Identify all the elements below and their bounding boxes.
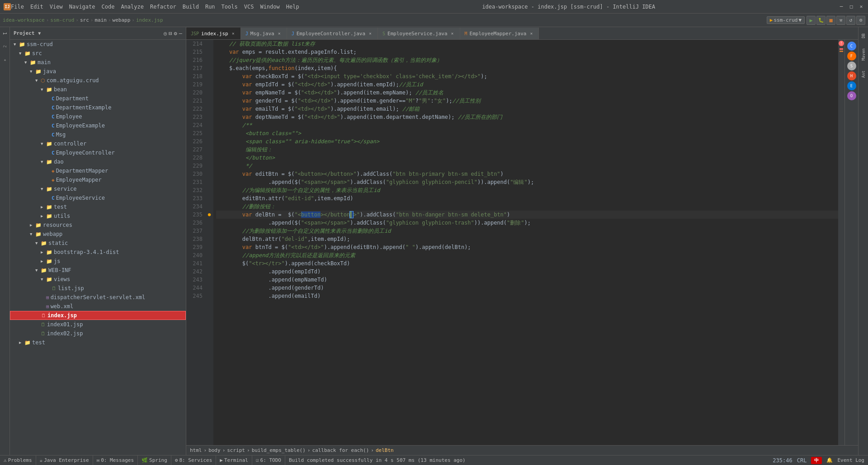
tree-item-index02jsp[interactable]: 🗒 index02.jsp xyxy=(10,329,186,338)
panel-settings-icon[interactable]: ⚙ xyxy=(174,30,177,37)
tree-item-src[interactable]: ▼ 📁 src xyxy=(10,49,186,58)
file-crumb[interactable]: index.jsp xyxy=(136,17,163,23)
problems-tab[interactable]: ⚠ Problems xyxy=(0,456,36,465)
notification-icon[interactable]: 🔔 xyxy=(826,457,833,463)
tree-item-employee[interactable]: C Employee xyxy=(10,112,186,121)
module-name-crumb[interactable]: ssm-crud xyxy=(50,17,74,23)
close-button[interactable]: ✕ xyxy=(858,4,864,10)
tree-item-empcontroller[interactable]: C EmployeeController xyxy=(10,148,186,157)
database-panel-toggle[interactable]: DB xyxy=(861,33,866,38)
tree-item-deptmapper[interactable]: ◈ DepartmentMapper xyxy=(10,166,186,175)
chrome-icon[interactable]: C xyxy=(847,42,856,51)
code-content[interactable]: // 获取页面的员工数据 list来存 var emps = result.ex… xyxy=(213,40,838,445)
tree-item-utils[interactable]: ▶ 📁 utils xyxy=(10,211,186,221)
tree-item-resources[interactable]: ▶ 📁 resources xyxy=(10,221,186,230)
firefox-icon[interactable]: F xyxy=(847,52,856,61)
stop-button[interactable]: ■ xyxy=(826,16,835,25)
tree-item-test-outer[interactable]: ▶ 📁 test xyxy=(10,338,186,347)
tree-item-dao[interactable]: ▼ 📁 dao xyxy=(10,157,186,166)
settings-button[interactable]: ⚙ xyxy=(856,16,865,25)
project-name-crumb[interactable]: idea-workspace xyxy=(3,17,45,23)
services-tab[interactable]: ⚙ 8: Services xyxy=(171,456,216,465)
tree-item-dispatcherxml[interactable]: ⊞ dispatcherServlet-servlet.xml xyxy=(10,293,186,302)
tree-item-ssm-crud[interactable]: ▼ 📁 ssm-crud xyxy=(10,40,186,49)
menu-view[interactable]: View xyxy=(50,4,63,10)
menu-refactor[interactable]: Refactor xyxy=(150,4,176,10)
tree-item-msg[interactable]: C Msg xyxy=(10,130,186,139)
warn-mark-1[interactable] xyxy=(840,51,843,52)
tree-item-empmapper[interactable]: ◈ EmployeeMapper xyxy=(10,175,186,184)
menu-navigate[interactable]: Navigate xyxy=(69,4,95,10)
tab-close-msgjava[interactable]: ✕ xyxy=(277,31,282,36)
menu-build[interactable]: Build xyxy=(183,4,199,10)
tree-item-department[interactable]: C Department xyxy=(10,94,186,103)
breadcrumb-callback[interactable]: callback for each() xyxy=(312,447,369,453)
debug-button[interactable]: 🐛 xyxy=(816,16,826,25)
menu-analyze[interactable]: Analyze xyxy=(121,4,144,10)
event-log-label[interactable]: Event Log xyxy=(837,457,864,463)
tree-item-static[interactable]: ▼ 📁 static xyxy=(10,239,186,248)
terminal-tab[interactable]: ▶ Terminal xyxy=(216,456,252,465)
tree-item-test-inner[interactable]: ▶ 📁 test xyxy=(10,202,186,211)
tree-item-listjsp[interactable]: 🗒 list.jsp xyxy=(10,284,186,293)
tree-item-empservice[interactable]: C EmployeeService xyxy=(10,193,186,202)
breadcrumb-script[interactable]: script xyxy=(227,447,245,453)
build-button[interactable]: ⚒ xyxy=(836,16,845,25)
html-icon[interactable]: H xyxy=(847,71,856,80)
breadcrumb-delbtn[interactable]: delBtn xyxy=(376,447,394,453)
tab-empservice[interactable]: S EmployeeService.java ✕ xyxy=(378,28,460,39)
cursor-position[interactable]: 235:46 xyxy=(773,457,792,464)
src-crumb[interactable]: src xyxy=(80,17,89,23)
tree-item-service[interactable]: ▼ 📁 service xyxy=(10,184,186,193)
tree-item-deptexample[interactable]: C DepartmentExample xyxy=(10,103,186,112)
menu-run[interactable]: Run xyxy=(205,4,215,10)
ant-panel-toggle[interactable]: Ant xyxy=(861,70,866,78)
panel-close-icon[interactable]: — xyxy=(179,30,182,37)
tree-item-empexample[interactable]: C EmployeeExample xyxy=(10,121,186,130)
spring-tab[interactable]: 🌿 Spring xyxy=(138,456,171,465)
error-indicator[interactable]: ! xyxy=(839,41,844,46)
messages-tab[interactable]: ✉ 0: Messages xyxy=(93,456,138,465)
tab-msgjava[interactable]: J Msg.java ✕ xyxy=(241,28,287,39)
maximize-button[interactable]: □ xyxy=(848,4,854,10)
tree-item-indexjsp[interactable]: 🗒 index.jsp xyxy=(10,311,186,320)
sync-button[interactable]: ↺ xyxy=(846,16,855,25)
menu-file[interactable]: File xyxy=(11,4,24,10)
todo-tab[interactable]: ☑ 6: TODO xyxy=(252,456,285,465)
tab-empmapper[interactable]: M EmployeeMapper.java ✕ xyxy=(460,28,539,39)
maven-panel-toggle[interactable]: Maven xyxy=(861,48,866,61)
favorites-label[interactable]: ★ xyxy=(3,58,7,63)
breadcrumb-html[interactable]: html xyxy=(190,447,202,453)
menu-vcs[interactable]: VCS xyxy=(244,4,254,10)
edge-icon[interactable]: E xyxy=(847,81,856,90)
tree-item-webinf[interactable]: ▼ 📁 WEB-INF xyxy=(10,266,186,275)
tab-close-empcontroller[interactable]: ✕ xyxy=(368,31,373,36)
tab-empcontroller[interactable]: J EmployeeController.java ✕ xyxy=(287,28,378,39)
lang-indicator[interactable]: 中 xyxy=(811,457,822,464)
safari-icon[interactable]: S xyxy=(847,61,856,70)
tree-item-java[interactable]: ▼ 📁 java xyxy=(10,67,186,76)
tab-close-empservice[interactable]: ✕ xyxy=(450,31,455,36)
tree-item-bean[interactable]: ▼ 📁 bean xyxy=(10,85,186,94)
run-button[interactable]: ▶ xyxy=(807,16,816,25)
tree-item-js[interactable]: ▶ 📁 js xyxy=(10,257,186,266)
tree-item-webxml[interactable]: ⊞ web.xml xyxy=(10,302,186,311)
tree-item-package[interactable]: ▼ ⬡ com.atguigu.crud xyxy=(10,76,186,85)
panel-locate-icon[interactable]: ◎ xyxy=(164,30,167,37)
menu-tools[interactable]: Tools xyxy=(222,4,238,10)
panel-collapse-icon[interactable]: ⊟ xyxy=(169,30,172,37)
tab-close-empmapper[interactable]: ✕ xyxy=(528,31,534,36)
tab-indexjsp[interactable]: JSP index.jsp ✕ xyxy=(186,28,241,39)
menu-code[interactable]: Code xyxy=(102,4,115,10)
tree-item-views[interactable]: ▼ 📁 views xyxy=(10,275,186,284)
structure-label[interactable]: 2 xyxy=(3,45,7,47)
main-crumb[interactable]: main xyxy=(94,17,107,23)
panel-dropdown-arrow[interactable]: ▼ xyxy=(38,31,41,36)
opera-icon[interactable]: O xyxy=(847,91,856,100)
tab-close-indexjsp[interactable]: ✕ xyxy=(231,31,236,36)
breadcrumb-build-emps[interactable]: build_emps_table() xyxy=(252,447,306,453)
webapp-crumb[interactable]: webapp xyxy=(113,17,131,23)
menu-window[interactable]: Window xyxy=(260,4,279,10)
ssm-crud-dropdown[interactable]: ▶ ssm-crud ▼ xyxy=(767,16,805,24)
tree-item-main[interactable]: ▼ 📁 main xyxy=(10,58,186,67)
